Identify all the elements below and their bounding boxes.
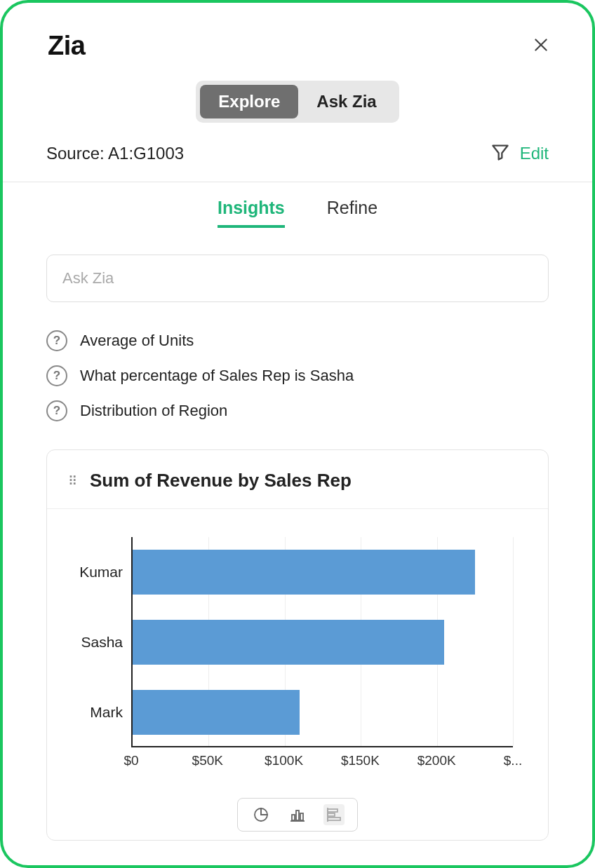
mode-segmented-control: Explore Ask Zia [3,81,592,123]
pie-chart-icon [253,806,269,823]
chart-title: Sum of Revenue by Sales Rep [90,470,352,491]
y-tick-label: Sasha [81,634,133,651]
svg-rect-4 [300,813,303,820]
drag-handle-icon[interactable]: ⠿ [68,475,77,487]
question-icon: ? [46,330,67,351]
suggestion-label: Distribution of Region [80,402,227,420]
close-icon [532,36,550,54]
x-tick-label: $0 [123,753,138,768]
y-tick-label: Mark [90,704,133,721]
source-range-label: Source: A1:G1003 [46,144,184,163]
suggestion-item[interactable]: ? Distribution of Region [46,393,549,428]
svg-rect-7 [328,813,335,816]
suggestion-item[interactable]: ? Average of Units [46,323,549,358]
question-icon: ? [46,365,67,386]
column-chart-icon [289,806,306,823]
subtab-insights[interactable]: Insights [218,198,285,228]
svg-rect-2 [292,815,295,820]
close-button[interactable] [532,36,550,57]
svg-rect-8 [328,818,340,820]
x-tick-label: $100K [265,753,303,768]
chart-header: ⠿ Sum of Revenue by Sales Rep [47,450,548,509]
chart-bar [133,550,475,595]
chart-bar [133,690,300,735]
x-tick-label: $50K [192,753,223,768]
chart-type-switcher [47,785,548,840]
subtab-refine[interactable]: Refine [327,198,377,228]
source-row: Source: A1:G1003 Edit [3,142,592,165]
chart-type-pie[interactable] [250,804,272,825]
tab-ask-zia[interactable]: Ask Zia [298,85,394,118]
suggestion-item[interactable]: ? What percentage of Sales Rep is Sasha [46,358,549,393]
zia-panel: Zia Explore Ask Zia Source: A1:G1003 Edi… [0,0,595,868]
x-tick-label: $150K [341,753,380,768]
filter-icon [490,142,510,162]
question-icon: ? [46,400,67,421]
chart-plot-area: KumarSashaMark [131,537,513,747]
svg-rect-6 [328,809,337,812]
filter-button[interactable] [490,142,510,165]
chart-type-bar[interactable] [323,804,345,825]
chart-type-column[interactable] [287,804,308,825]
tab-explore[interactable]: Explore [200,85,298,118]
suggestion-label: Average of Units [80,332,194,350]
edit-source-link[interactable]: Edit [520,144,549,163]
x-tick-label: $200K [417,753,456,768]
chart-card: ⠿ Sum of Revenue by Sales Rep KumarSasha… [46,449,549,841]
chart-body: KumarSashaMark $0$50K$100K$150K$200K$... [47,509,548,785]
header: Zia [3,31,592,61]
chart-bar [133,620,444,665]
app-title: Zia [48,31,85,61]
subtab-bar: Insights Refine [3,198,592,228]
chart-x-axis: $0$50K$100K$150K$200K$... [131,747,513,771]
divider [3,182,592,182]
gridline [513,537,514,746]
suggestion-label: What percentage of Sales Rep is Sasha [80,367,354,385]
ask-zia-input[interactable] [46,255,549,302]
x-tick-label: $... [504,753,522,768]
svg-rect-3 [296,811,299,820]
content-area: ? Average of Units ? What percentage of … [3,255,592,841]
suggestion-list: ? Average of Units ? What percentage of … [46,323,549,428]
bar-chart-icon [326,806,342,823]
y-tick-label: Kumar [79,564,133,581]
